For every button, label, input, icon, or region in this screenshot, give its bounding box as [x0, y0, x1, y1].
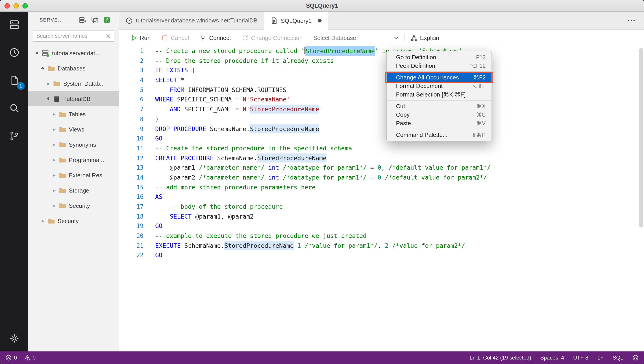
status-item-encoding[interactable]: UTF-8 — [573, 354, 588, 361]
menu-item-label: Change All Occurrences — [396, 74, 459, 81]
tree-item-security[interactable]: ▶Security — [28, 198, 119, 213]
tree-item-tutorialdb[interactable]: ▶TutorialDB — [28, 91, 119, 106]
new-connection-button[interactable] — [79, 16, 86, 24]
code-line[interactable]: 15-- add more stored procedure parameter… — [119, 182, 644, 192]
code-line[interactable]: 17 -- body of the stored procedure — [119, 202, 644, 212]
gear-icon — [8, 332, 20, 344]
change-connection-button[interactable]: Change Connection — [242, 34, 303, 41]
server-icon — [8, 19, 20, 31]
code-line[interactable]: 21EXECUTE SchemaName.StoredProcedureName… — [119, 241, 644, 251]
caret-collapsed-icon[interactable]: ▶ — [51, 112, 57, 116]
activity-bar-item-search[interactable] — [6, 101, 22, 116]
caret-collapsed-icon[interactable]: ▶ — [51, 143, 57, 147]
menu-item-peek-definition[interactable]: Peek Definition⌥F12 — [386, 62, 492, 70]
code-line[interactable]: 11-- Create the stored procedure in the … — [119, 144, 644, 153]
code-line[interactable]: 4SELECT * — [119, 75, 644, 85]
tree-item-views[interactable]: ▶Views — [28, 122, 119, 137]
menu-item-format-selection-k-f[interactable]: Format Selection [⌘K ⌘F] — [386, 90, 492, 99]
status-item-indentation[interactable]: Spaces: 4 — [540, 354, 564, 361]
problems-status[interactable]: 0 0 — [6, 354, 36, 361]
tree-item-databases[interactable]: ▶Databases — [28, 61, 119, 76]
tree-item-security[interactable]: ▶Security — [28, 213, 119, 228]
main-layout: 1 SERVE.. ▶tutorialserver.dat...▶Databas… — [0, 12, 644, 351]
query-tab[interactable]: SQLQuery1 — [264, 12, 328, 30]
menu-item-cut[interactable]: Cut⌘X — [386, 102, 492, 110]
activity-bar-item-connections[interactable] — [6, 17, 22, 32]
tree-item-tutorialserver-dat[interactable]: ▶tutorialserver.dat... — [28, 45, 119, 61]
menu-item-format-document[interactable]: Format Document⌥⇧F — [386, 82, 492, 90]
run-button[interactable]: Run — [130, 34, 151, 41]
code-line[interactable]: 18 SELECT @param1, @param2 — [119, 212, 644, 221]
status-item-language-mode[interactable]: SQL — [612, 354, 623, 361]
selected-text: StoredProcedureName — [306, 46, 375, 56]
new-server-group-button[interactable] — [91, 16, 99, 24]
caret-expanded-icon[interactable]: ▶ — [34, 49, 41, 56]
menu-item-paste[interactable]: Paste⌘V — [386, 119, 492, 128]
status-item-eol[interactable]: LF — [597, 354, 604, 361]
code-line[interactable]: 7 AND SPECIFIC_NAME = N'StoredProcedureN… — [119, 105, 644, 114]
tree-item-programma[interactable]: ▶Programma... — [28, 152, 119, 167]
code-line[interactable]: 10GO — [119, 134, 644, 143]
caret-collapsed-icon[interactable]: ▶ — [51, 158, 57, 162]
caret-collapsed-icon[interactable]: ▶ — [40, 219, 46, 223]
zoom-window-button[interactable] — [22, 3, 28, 9]
code-line[interactable]: 16AS — [119, 192, 644, 202]
code-text: -- example to execute the stored procedu… — [155, 231, 366, 241]
warnings-count: 0 — [32, 354, 36, 361]
editor-scrollbar[interactable] — [639, 48, 643, 228]
menu-item-copy[interactable]: Copy⌘C — [386, 110, 492, 119]
code-line[interactable]: 1-- Create a new stored procedure called… — [119, 46, 644, 56]
explain-button[interactable]: Explain — [410, 34, 439, 41]
activity-bar-item-open-editors[interactable]: 1 — [6, 73, 22, 88]
clear-search-icon[interactable] — [106, 34, 111, 38]
caret-collapsed-icon[interactable]: ▶ — [51, 188, 57, 192]
menu-item-change-all-occurrences[interactable]: Change All Occurrences⌘F2 — [386, 73, 492, 82]
code-line[interactable]: 5 FROM INFORMATION_SCHEMA.ROUTINES — [119, 85, 644, 95]
activity-bar-item-settings[interactable] — [6, 331, 22, 346]
code-line[interactable]: 22GO — [119, 251, 644, 260]
connect-button[interactable]: Connect — [200, 34, 231, 41]
caret-collapsed-icon[interactable]: ▶ — [46, 82, 52, 86]
caret-collapsed-icon[interactable]: ▶ — [51, 173, 57, 177]
tree-item-label: Databases — [58, 65, 86, 72]
code-line[interactable]: 2-- Drop the stored procedure if it alre… — [119, 56, 644, 66]
activity-bar-item-task-history[interactable] — [6, 45, 22, 60]
tab-label: tutorialserver.database.windows.net:Tuto… — [136, 17, 258, 24]
tree-item-storage[interactable]: ▶Storage — [28, 183, 119, 198]
search-server-input[interactable] — [36, 33, 106, 39]
tree-item-system-datab[interactable]: ▶System Datab... — [28, 76, 119, 91]
tree-item-external-res[interactable]: ▶External Res... — [28, 167, 119, 183]
menu-item-command-palette[interactable]: Command Palette...⇧⌘P — [386, 131, 492, 139]
tree-item-synonyms[interactable]: ▶Synonyms — [28, 137, 119, 152]
cancel-button[interactable]: Cancel — [162, 34, 189, 41]
caret-expanded-icon[interactable]: ▶ — [40, 65, 46, 72]
dashboard-tab[interactable]: tutorialserver.database.windows.net:Tuto… — [119, 12, 264, 29]
line-number: 10 — [119, 134, 144, 143]
code-line[interactable]: 14 @param2 /*parameter name*/ int /*data… — [119, 173, 644, 182]
close-window-button[interactable] — [4, 3, 10, 9]
status-item-cursor-position[interactable]: Ln 1, Col 42 (19 selected) — [470, 354, 531, 361]
code-editor[interactable]: 1-- Create a new stored procedure called… — [119, 46, 644, 351]
select-database-dropdown[interactable]: Select Database — [313, 34, 399, 41]
code-line[interactable]: 13 @param1 /*parameter name*/ int /*data… — [119, 163, 644, 173]
caret-collapsed-icon[interactable]: ▶ — [51, 204, 57, 208]
caret-expanded-icon[interactable]: ▶ — [45, 95, 52, 102]
tree-item-tables[interactable]: ▶Tables — [28, 106, 119, 122]
line-number: 14 — [119, 173, 144, 182]
code-line[interactable]: 6WHERE SPECIFIC_SCHEMA = N'SchemaName' — [119, 95, 644, 105]
caret-collapsed-icon[interactable]: ▶ — [51, 127, 57, 131]
code-line[interactable]: 9DROP PROCEDURE SchemaName.StoredProcedu… — [119, 124, 644, 134]
feedback-smiley-icon[interactable] — [632, 354, 638, 361]
sidebar-header: SERVE.. — [28, 12, 119, 28]
code-line[interactable]: 3IF EXISTS ( — [119, 66, 644, 75]
menu-item-go-to-definition[interactable]: Go to DefinitionF12 — [386, 53, 492, 62]
minimize-window-button[interactable] — [14, 3, 19, 9]
line-number: 3 — [119, 66, 144, 75]
active-connections-button[interactable] — [103, 16, 111, 24]
code-line[interactable]: 12CREATE PROCEDURE SchemaName.StoredProc… — [119, 153, 644, 163]
editor-more-actions-button[interactable]: ··· — [619, 12, 644, 29]
code-line[interactable]: 20-- example to execute the stored proce… — [119, 231, 644, 241]
code-line[interactable]: 8) — [119, 114, 644, 124]
code-line[interactable]: 19GO — [119, 221, 644, 231]
activity-bar-item-source-control[interactable] — [6, 128, 22, 144]
